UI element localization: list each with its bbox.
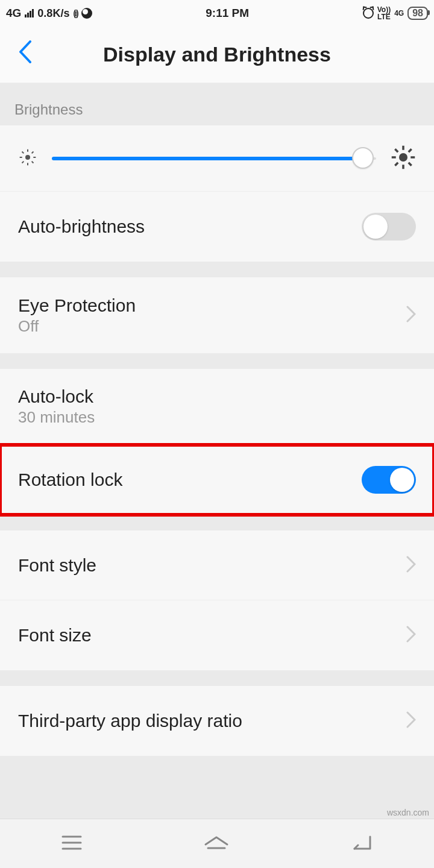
third-party-label: Third-party app display ratio <box>18 711 406 731</box>
chevron-right-icon <box>406 553 416 578</box>
title-bar: Display and Brightness <box>0 27 434 83</box>
page-title: Display and Brightness <box>0 43 434 66</box>
data-speed: 0.8K/s <box>37 7 69 20</box>
brightness-section-label: Brightness <box>0 83 434 125</box>
chevron-right-icon <box>406 303 416 328</box>
svg-line-5 <box>22 151 24 153</box>
font-style-label: Font style <box>18 555 406 576</box>
navigation-bar <box>0 819 434 868</box>
svg-line-7 <box>22 161 24 163</box>
svg-point-9 <box>399 153 407 162</box>
auto-lock-label: Auto-lock <box>18 386 416 407</box>
font-style-row[interactable]: Font style <box>0 530 434 600</box>
rotation-lock-label: Rotation lock <box>18 470 362 490</box>
back-button[interactable] <box>18 40 31 69</box>
svg-point-0 <box>25 155 30 160</box>
volte-icon: Vo))LTE <box>377 6 391 20</box>
rotation-lock-toggle[interactable] <box>362 466 416 494</box>
auto-brightness-label: Auto-brightness <box>18 216 362 237</box>
brightness-slider[interactable] <box>52 157 376 160</box>
battery-indicator: 98 <box>407 7 428 20</box>
svg-line-6 <box>32 161 34 163</box>
dnd-icon <box>81 8 92 19</box>
home-button[interactable] <box>203 834 230 854</box>
auto-lock-row[interactable]: Auto-lock 30 minutes <box>0 369 434 445</box>
status-right: Vo))LTE 4G 98 <box>363 6 428 20</box>
svg-line-17 <box>409 149 412 152</box>
auto-brightness-row[interactable]: Auto-brightness <box>0 192 434 262</box>
signal-icon <box>25 9 34 17</box>
status-left: 4G 0.8K/s (ı) <box>6 7 92 20</box>
font-size-row[interactable]: Font size <box>0 600 434 670</box>
third-party-ratio-row[interactable]: Third-party app display ratio <box>0 686 434 756</box>
svg-line-14 <box>395 149 398 152</box>
brightness-high-icon <box>391 145 416 172</box>
alarm-icon <box>363 8 374 19</box>
wifi-activity-icon: (ı) <box>73 8 77 18</box>
chevron-right-icon <box>406 623 416 648</box>
eye-protection-value: Off <box>18 317 406 336</box>
eye-protection-label: Eye Protection <box>18 295 406 316</box>
font-size-label: Font size <box>18 625 406 646</box>
chevron-right-icon <box>406 708 416 734</box>
rotation-lock-row[interactable]: Rotation lock <box>0 445 434 515</box>
watermark: wsxdn.com <box>387 808 429 817</box>
auto-lock-value: 30 minutes <box>18 408 416 427</box>
svg-line-8 <box>32 151 34 153</box>
status-bar: 4G 0.8K/s (ı) 9:11 PM Vo))LTE 4G 98 <box>0 0 434 27</box>
recent-apps-button[interactable] <box>60 834 83 854</box>
slider-thumb[interactable] <box>352 147 374 169</box>
svg-line-16 <box>395 162 398 165</box>
svg-line-15 <box>409 162 412 165</box>
status-time: 9:11 PM <box>206 7 249 20</box>
brightness-slider-row <box>0 125 434 192</box>
brightness-low-icon <box>18 148 37 169</box>
network-type: 4G <box>6 7 21 20</box>
network2-icon: 4G <box>394 10 404 17</box>
auto-brightness-toggle[interactable] <box>362 213 416 241</box>
eye-protection-row[interactable]: Eye Protection Off <box>0 277 434 353</box>
back-nav-button[interactable] <box>350 833 374 855</box>
